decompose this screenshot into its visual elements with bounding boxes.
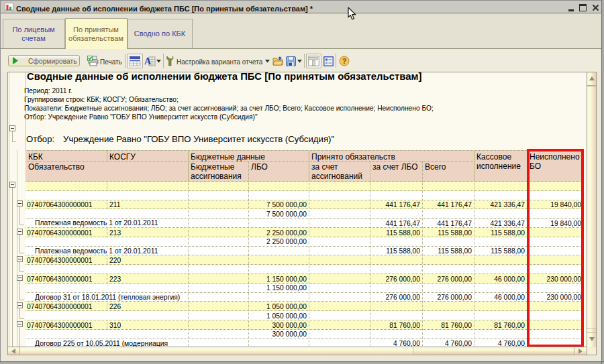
svg-text:?: ?	[342, 57, 347, 65]
svg-text:A: A	[144, 56, 152, 66]
